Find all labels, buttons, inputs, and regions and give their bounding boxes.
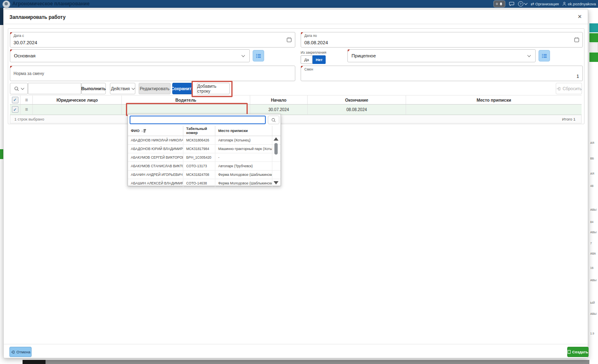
notifications-button[interactable]: 0 <box>493 0 505 7</box>
background-right-teal-block <box>589 23 598 32</box>
chevron-down-icon <box>21 86 24 89</box>
add-row-button[interactable]: Добавить строку <box>197 83 230 94</box>
reset-label: Сбросить <box>563 86 582 91</box>
list-item[interactable]: АБАШИН АЛЕКСЕЙ ВЛАДИМИРОВ... СОТО-14638 … <box>128 179 281 188</box>
scroll-down-icon[interactable] <box>274 181 278 184</box>
shifts-field[interactable]: Смен 1 <box>301 66 583 81</box>
dropdown-scrollbar[interactable] <box>273 137 279 184</box>
background-fragment: ЫЙ <box>590 301 595 304</box>
row-checkbox[interactable]: ✓ <box>12 106 18 113</box>
selected-rows-info: 1 строк выбрано <box>14 117 44 121</box>
driver-tab-number: МСК31806426 <box>183 136 215 144</box>
dropdown-column-fio[interactable]: ФИО ↓ <box>128 126 183 136</box>
date-to-label: Дата по <box>304 34 317 38</box>
trailer-select[interactable]: Прицепное <box>347 49 536 62</box>
driver-fio: АБАДОНОВ НИКОЛАЙ НИКОЛАЕВ... <box>128 136 183 144</box>
scroll-up-icon[interactable] <box>274 137 278 141</box>
cancel-icon <box>11 350 15 354</box>
bell-icon <box>499 2 503 6</box>
background-fragment: АВЫ <box>590 208 597 211</box>
driver-fio: АБАШИН АЛЕКСЕЙ ВЛАДИМИРОВ... <box>128 179 183 187</box>
form-container: Дата с 30.07.2024 Дата по 08.08.2024 Осн… <box>8 28 584 124</box>
search-options-button[interactable] <box>10 83 28 94</box>
cell-end[interactable]: 08.08.2024 <box>308 105 406 114</box>
cell-legal-entity[interactable] <box>33 105 122 114</box>
trailer-list-button[interactable] <box>539 50 550 61</box>
row-menu-icon[interactable]: ≡ <box>25 107 28 112</box>
list-item[interactable]: АБАКУМОВ СЕРГЕЙ ВИКТОРОВИЧ БРН_1С005420 … <box>128 153 281 162</box>
table-header-row: ✓ ≡ Юридическое лицо Водитель Начало Око… <box>10 95 582 105</box>
cell-home-base[interactable] <box>406 105 582 114</box>
date-from-value: 30.07.2024 <box>14 40 37 45</box>
calendar-icon[interactable] <box>574 37 579 43</box>
main-equipment-list-button[interactable] <box>253 50 264 61</box>
help-icon: ? <box>518 1 523 7</box>
search-icon <box>271 118 276 123</box>
table-search-input[interactable] <box>28 83 81 94</box>
notification-count-badge: 0 <box>496 2 498 6</box>
actions-label: Действия <box>111 86 130 91</box>
toggle-no-button[interactable]: Нет <box>313 55 326 64</box>
table-row[interactable]: ✓ ≡ 30.07.2024 08.08.2024 <box>10 105 582 115</box>
chevron-down-icon <box>524 2 527 5</box>
chat-icon <box>509 2 514 6</box>
chevron-down-icon <box>131 86 135 89</box>
background-fragment: 48 <box>590 184 593 187</box>
driver-tab-number: СОТО-14638 <box>183 179 215 187</box>
actions-dropdown-button[interactable]: Действия <box>110 83 135 94</box>
list-item[interactable]: АБАДОНОВ ЮРИЙ ВЛАДИМИРОВ... МСК31817984 … <box>128 145 281 153</box>
background-fragment: АВА <box>590 252 596 255</box>
driver-search-input[interactable] <box>130 116 266 124</box>
driver-tab-number: СОТО-13173 <box>183 162 215 170</box>
select-all-checkbox[interactable]: ✓ <box>12 97 18 103</box>
driver-tab-number: МСК31817984 <box>183 145 215 153</box>
date-from-label: Дата с <box>14 34 24 38</box>
row-menu-icon[interactable]: ≡ <box>25 98 28 102</box>
background-left-strip <box>0 8 3 25</box>
list-item[interactable]: АБАДОНОВ НИКОЛАЙ НИКОЛАЕВ... МСК31806426… <box>128 136 281 145</box>
main-equipment-select[interactable]: Основная <box>10 49 250 62</box>
cell-driver[interactable] <box>122 105 250 114</box>
background-bottom-bar <box>46 360 589 364</box>
driver-tab-number: МСК31824708 <box>183 171 215 179</box>
chat-button[interactable] <box>509 2 514 6</box>
shifts-value: 1 <box>577 74 579 79</box>
calendar-icon[interactable] <box>287 37 292 43</box>
background-fragment: 7 <box>590 242 592 245</box>
background-right-green-block <box>589 33 598 42</box>
help-button[interactable]: ? <box>518 1 527 7</box>
column-header-start: Начало <box>250 96 308 104</box>
cancel-button[interactable]: Отмена <box>9 347 32 357</box>
list-icon <box>256 54 261 58</box>
background-fragment: АЯ <box>590 141 594 144</box>
user-name: ek.pozdnyakova <box>568 2 596 6</box>
main-equipment-value: Основная <box>14 53 36 58</box>
list-item[interactable]: АБАНИН АНДРЕЙ ИГОРЬЕВИЧ МСК31824708 Ферм… <box>128 171 281 179</box>
edit-button[interactable]: Редактировать <box>139 83 171 94</box>
app-title: Агрономическое планирование <box>12 1 89 7</box>
create-button[interactable]: Создать <box>567 347 589 357</box>
dropdown-column-home-base[interactable]: Место приписки <box>215 126 272 136</box>
date-to-field[interactable]: Дата по 08.08.2024 <box>301 32 583 48</box>
reset-button[interactable]: Сбросить <box>556 83 582 94</box>
organization-button[interactable]: ⇄ Организация <box>531 2 559 6</box>
background-fragment: АВЫ <box>590 231 597 234</box>
close-icon[interactable]: ✕ <box>576 13 584 20</box>
scrollbar-thumb[interactable] <box>274 143 278 155</box>
cell-start[interactable]: 30.07.2024 <box>250 105 308 114</box>
background-right-light-block <box>589 43 598 52</box>
column-header-legal-entity: Юридическое лицо <box>33 96 122 104</box>
divider <box>4 24 588 24</box>
driver-search-button[interactable] <box>268 116 279 124</box>
list-item[interactable]: АБАКУМОВ СТАНИСЛАВ ВИКТОРО... СОТО-13173… <box>128 162 281 171</box>
date-from-field[interactable]: Дата с 30.07.2024 <box>10 32 295 48</box>
shift-norm-field[interactable]: Норма за смену <box>10 66 295 81</box>
save-button[interactable]: Сохранить <box>172 83 193 94</box>
execute-button[interactable]: Выполнить <box>81 83 106 94</box>
schedule-work-dialog: Запланировать работу ✕ Дата с 30.07.2024… <box>3 9 588 358</box>
user-menu-button[interactable]: ek.pozdnyakova <box>562 2 596 6</box>
driver-home-base: Автопарк (Хотынец) <box>215 136 272 144</box>
dropdown-column-tab-number[interactable]: Табельный номер <box>183 126 215 136</box>
trailer-value: Прицепное <box>351 53 376 58</box>
toggle-yes-button[interactable]: Да <box>301 55 313 64</box>
